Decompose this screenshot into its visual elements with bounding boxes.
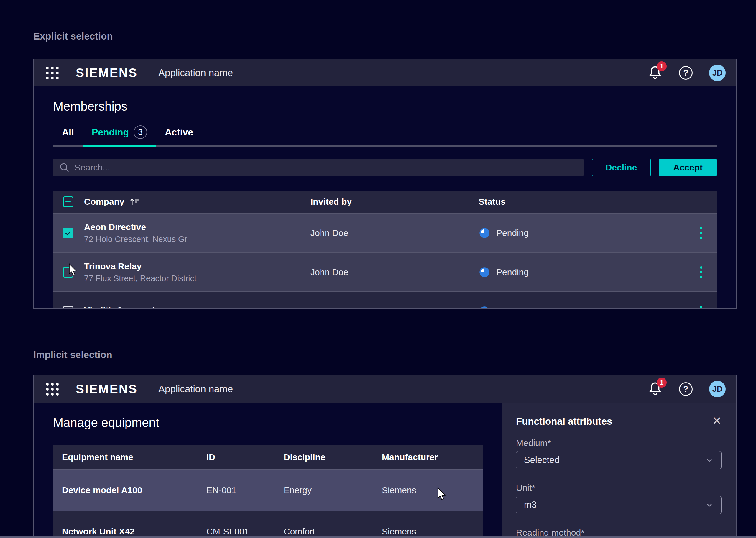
- pending-status-icon: [479, 227, 490, 239]
- tab-active[interactable]: Active: [156, 125, 202, 145]
- pending-status-icon: [479, 266, 490, 278]
- help-icon[interactable]: ?: [679, 66, 693, 80]
- table-row[interactable]: Network Unit X42 CM-SI-001 Comfort Sieme…: [53, 511, 483, 538]
- section-label-implicit: Implicit selection: [33, 349, 112, 360]
- section-label-explicit: Explicit selection: [33, 31, 113, 42]
- column-manufacturer[interactable]: Manufacturer: [382, 452, 474, 462]
- table-row[interactable]: Aeon Directive 72 Holo Crescent, Nexus G…: [53, 213, 717, 252]
- column-invited-by[interactable]: Invited by: [311, 197, 479, 207]
- equipment-table: Equipment name ID Discipline Manufacture…: [53, 445, 483, 538]
- equipment-manufacturer: Siemens: [382, 485, 474, 495]
- unit-label: Unit*: [516, 483, 722, 493]
- notification-badge: 1: [657, 61, 667, 71]
- accept-button[interactable]: Accept: [659, 159, 717, 176]
- company-address: 77 Flux Street, Reactor District: [84, 274, 311, 283]
- help-icon[interactable]: ?: [679, 382, 693, 396]
- tab-pending-label: Pending: [92, 127, 129, 138]
- chevron-down-icon: [705, 501, 714, 509]
- equipment-name: Network Unit X42: [62, 526, 206, 537]
- medium-select[interactable]: Selected: [516, 451, 722, 469]
- column-company[interactable]: Company: [84, 197, 125, 207]
- tab-bar: All Pending 3 Active: [53, 125, 717, 147]
- application-name: Application name: [158, 67, 233, 79]
- table-row[interactable]: Trinova Relay 77 Flux Street, Reactor Di…: [53, 252, 717, 292]
- company-name: Virelith Coreworks: [84, 305, 311, 308]
- search-input[interactable]: [75, 163, 577, 173]
- column-status[interactable]: Status: [479, 197, 695, 207]
- toolbar: Decline Accept: [53, 159, 717, 176]
- siemens-logo: SIEMENS: [76, 66, 138, 80]
- invited-by-value: John Doe: [311, 228, 479, 238]
- table-header-row: Company Invited by Status: [53, 190, 717, 213]
- row-checkbox-hover[interactable]: [63, 267, 74, 278]
- medium-label: Medium*: [516, 438, 722, 448]
- equipment-discipline: Comfort: [284, 526, 382, 537]
- app-header: SIEMENS Application name 1 ? JD: [34, 375, 736, 403]
- medium-value: Selected: [524, 455, 560, 465]
- unit-select[interactable]: m3: [516, 496, 722, 514]
- equipment-id: EN-001: [206, 485, 284, 495]
- page-title: Memberships: [53, 99, 717, 114]
- tab-all[interactable]: All: [53, 125, 83, 145]
- memberships-table: Company Invited by Status: [53, 190, 717, 308]
- column-id[interactable]: ID: [206, 452, 284, 462]
- app-launcher-icon[interactable]: [46, 67, 59, 80]
- equipment-name: Device model A100: [62, 485, 206, 495]
- row-menu-kebab-icon[interactable]: [695, 227, 707, 239]
- notification-badge: 1: [657, 378, 667, 388]
- tab-pending-count-badge: 3: [133, 125, 147, 139]
- siemens-logo: SIEMENS: [76, 382, 138, 396]
- row-menu-kebab-icon[interactable]: [695, 266, 707, 278]
- sort-ascending-icon[interactable]: [129, 197, 140, 206]
- column-equipment-name[interactable]: Equipment name: [62, 452, 206, 462]
- decline-button[interactable]: Decline: [592, 159, 651, 176]
- check-icon: [65, 230, 72, 237]
- tab-all-label: All: [62, 127, 74, 138]
- avatar[interactable]: JD: [709, 65, 726, 81]
- close-icon[interactable]: ✕: [712, 416, 722, 426]
- tab-pending[interactable]: Pending 3: [83, 125, 156, 145]
- memberships-body: Memberships All Pending 3 Active Decline: [34, 86, 736, 308]
- equipment-id: CM-SI-001: [206, 526, 284, 537]
- avatar[interactable]: JD: [709, 381, 726, 397]
- search-icon: [60, 163, 69, 173]
- table-row[interactable]: Device model A100 EN-001 Energy Siemens: [53, 469, 483, 511]
- status-label: Pending: [496, 228, 529, 238]
- chevron-down-icon: [705, 456, 714, 464]
- functional-attributes-panel: Functional attributes ✕ Medium* Selected…: [502, 403, 736, 538]
- notifications-button[interactable]: 1: [648, 65, 663, 81]
- pending-status-icon: [479, 305, 490, 308]
- app-launcher-icon[interactable]: [46, 383, 59, 396]
- column-discipline[interactable]: Discipline: [284, 452, 382, 462]
- search-box[interactable]: [53, 159, 583, 176]
- status-label: Pending: [496, 267, 529, 277]
- status-label: Pending: [496, 306, 529, 308]
- equipment-body: Manage equipment Equipment name ID Disci…: [34, 403, 736, 538]
- equipment-manufacturer: Siemens: [382, 526, 474, 537]
- row-menu-kebab-icon[interactable]: [695, 305, 707, 308]
- notifications-button[interactable]: 1: [648, 381, 663, 397]
- table-row[interactable]: Virelith Coreworks John Doe Pending: [53, 292, 717, 308]
- clipped-bottom-element: [0, 536, 756, 538]
- select-all-checkbox[interactable]: [63, 196, 74, 207]
- company-name: Aeon Directive: [84, 222, 311, 232]
- unit-value: m3: [524, 500, 537, 510]
- row-checkbox-unchecked[interactable]: [63, 306, 74, 308]
- company-address: 72 Holo Crescent, Nexus Gr: [84, 235, 311, 244]
- app-header: SIEMENS Application name 1 ? JD: [34, 59, 736, 86]
- page-title: Manage equipment: [53, 416, 483, 430]
- invited-by-value: John Doe: [311, 306, 479, 308]
- row-checkbox-checked[interactable]: [63, 228, 74, 238]
- equipment-discipline: Energy: [284, 485, 382, 495]
- tab-active-label: Active: [165, 127, 193, 138]
- company-name: Trinova Relay: [84, 261, 311, 271]
- invited-by-value: John Doe: [311, 267, 479, 277]
- equipment-window: SIEMENS Application name 1 ? JD Manage e…: [33, 375, 736, 538]
- panel-title: Functional attributes: [516, 416, 612, 427]
- table-header-row: Equipment name ID Discipline Manufacture…: [53, 445, 483, 469]
- application-name: Application name: [158, 383, 233, 395]
- memberships-window: SIEMENS Application name 1 ? JD Membersh…: [33, 59, 736, 308]
